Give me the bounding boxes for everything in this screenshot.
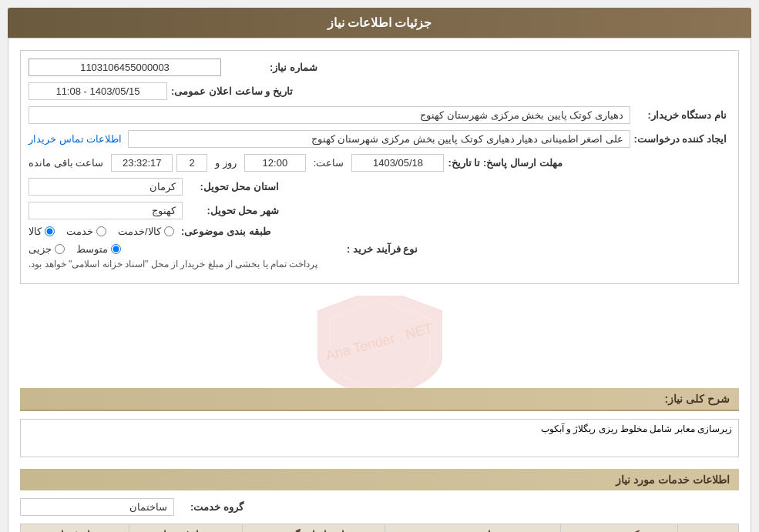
need-number-label: شماره نیاز:: [221, 62, 321, 73]
need-desc-section: شرح کلی نیاز: زیرسازی معابر شامل مخلوط ر…: [20, 388, 739, 457]
creator-label: ایجاد کننده درخواست:: [630, 133, 730, 145]
category-kala-khidmat-radio[interactable]: [164, 226, 174, 236]
process-mutawasit-label: متوسط: [76, 243, 108, 255]
process-juzii[interactable]: جزیی: [29, 243, 65, 255]
category-kala-radio[interactable]: [45, 226, 55, 236]
province-row: استان محل تحویل: کرمان: [29, 178, 730, 196]
deadline-row: مهلت ارسال پاسخ: تا تاریخ: 1403/05/18 سا…: [29, 154, 730, 172]
group-row: گروه خدمت: ساختمان: [20, 498, 739, 516]
col-row: ردیف: [678, 524, 739, 533]
page-title: جزئیات اطلاعات نیاز: [327, 16, 432, 29]
col-date: تاریخ نیاز: [21, 524, 129, 533]
category-kala[interactable]: کالا: [29, 226, 55, 237]
response-countdown: 23:32:17: [111, 154, 173, 172]
response-days: 2: [176, 154, 207, 172]
buyer-org-value: دهیاری کوتک پایین بخش مرکزی شهرستان کهنو…: [29, 106, 630, 124]
process-juzii-radio[interactable]: [55, 244, 65, 254]
province-value: کرمان: [29, 178, 183, 196]
need-number-row: شماره نیاز: 1103106455000003: [29, 59, 730, 76]
process-type-row: نوع فرآیند خرید : متوسط جزیی پرداخت تمام…: [29, 243, 730, 269]
need-desc-header: شرح کلی نیاز:: [20, 388, 739, 411]
main-content: شماره نیاز: 1103106455000003 تاریخ و ساع…: [8, 38, 751, 532]
process-label: نوع فرآیند خرید :: [317, 243, 418, 255]
time-label: ساعت:: [314, 157, 344, 169]
col-name: نام خدمت: [385, 524, 561, 533]
days-label: روز و: [215, 157, 237, 169]
province-label: استان محل تحویل:: [183, 181, 283, 192]
category-kala-label: کالا: [29, 226, 42, 237]
col-code: کد خدمت: [561, 524, 678, 533]
services-header: اطلاعات خدمات مورد نیاز: [20, 469, 739, 490]
announce-value: 1403/05/15 - 11:08: [29, 82, 167, 100]
process-options: متوسط جزیی پرداخت تمام یا بخشی از مبلغ خ…: [29, 243, 317, 269]
announce-row: تاریخ و ساعت اعلان عمومی: 1403/05/15 - 1…: [29, 82, 730, 100]
creator-row: ایجاد کننده درخواست: علی اصغر اطمینانی د…: [29, 130, 730, 148]
response-date: 1403/05/18: [351, 154, 444, 172]
page-container: جزئیات اطلاعات نیاز شماره نیاز: 11031064…: [0, 0, 759, 532]
info-section: شماره نیاز: 1103106455000003 تاریخ و ساع…: [20, 50, 739, 284]
process-juzii-label: جزیی: [29, 243, 52, 255]
announce-label: تاریخ و ساعت اعلان عمومی:: [171, 85, 293, 97]
need-number-value: 1103106455000003: [29, 59, 221, 76]
category-khidmat-radio[interactable]: [96, 226, 106, 236]
page-header: جزئیات اطلاعات نیاز: [8, 8, 751, 38]
category-kala-khidmat[interactable]: کالا/خدمت: [118, 226, 174, 237]
city-label: شهر محل تحویل:: [183, 205, 283, 216]
process-radio-group: متوسط جزیی: [29, 243, 121, 255]
category-options: کالا/خدمت خدمت کالا: [29, 226, 174, 237]
process-mutawasit-radio[interactable]: [111, 244, 121, 254]
category-khidmat-label: خدمت: [66, 226, 93, 237]
creator-value: علی اصغر اطمینانی دهیار دهیاری کوتک پایی…: [128, 130, 630, 148]
buyer-org-label: نام دستگاه خریدار:: [630, 109, 730, 121]
process-mutawasit[interactable]: متوسط: [76, 243, 121, 255]
response-time: 12:00: [244, 154, 306, 172]
need-desc-textarea[interactable]: زیرسازی معابر شامل مخلوط ریزی ریگلاژ و آ…: [20, 419, 739, 457]
countdown-label: ساعت باقی مانده: [29, 157, 103, 169]
logo-watermark-area: ↺ Ana Tender . NET: [20, 296, 739, 388]
deadline-label: مهلت ارسال پاسخ: تا تاریخ:: [448, 157, 562, 169]
buyer-org-row: نام دستگاه خریدار: دهیاری کوتک پایین بخش…: [29, 106, 730, 124]
services-header-label: اطلاعات خدمات مورد نیاز: [616, 473, 730, 486]
category-kala-khidmat-label: کالا/خدمت: [118, 226, 161, 237]
col-unit: واحد اندازه گیری: [242, 524, 385, 533]
category-row: طبقه بندی موضوعی: کالا/خدمت خدمت کالا: [29, 226, 730, 237]
city-value: کهنوج: [29, 202, 183, 219]
services-section: اطلاعات خدمات مورد نیاز گروه خدمت: ساختم…: [20, 469, 739, 532]
col-qty: تعداد / مقدار: [129, 524, 242, 533]
svg-text:↺: ↺: [334, 333, 361, 367]
services-table: ردیف کد خدمت نام خدمت واحد اندازه گیری ت…: [20, 524, 739, 532]
need-desc-header-label: شرح کلی نیاز:: [665, 393, 730, 405]
group-label: گروه خدمت:: [182, 501, 243, 513]
category-label: طبقه بندی موضوعی:: [174, 226, 274, 237]
need-desc-row: زیرسازی معابر شامل مخلوط ریزی ریگلاژ و آ…: [20, 419, 739, 457]
category-khidmat[interactable]: خدمت: [66, 226, 106, 237]
table-header-row: ردیف کد خدمت نام خدمت واحد اندازه گیری ت…: [21, 524, 739, 533]
process-desc: پرداخت تمام یا بخشی از مبلغ خریدار از مح…: [29, 259, 317, 269]
group-value: ساختمان: [20, 498, 174, 516]
city-row: شهر محل تحویل: کهنوج: [29, 202, 730, 219]
contact-link[interactable]: اطلاعات تماس خریدار: [29, 133, 122, 145]
shield-icon: ↺: [303, 296, 457, 388]
